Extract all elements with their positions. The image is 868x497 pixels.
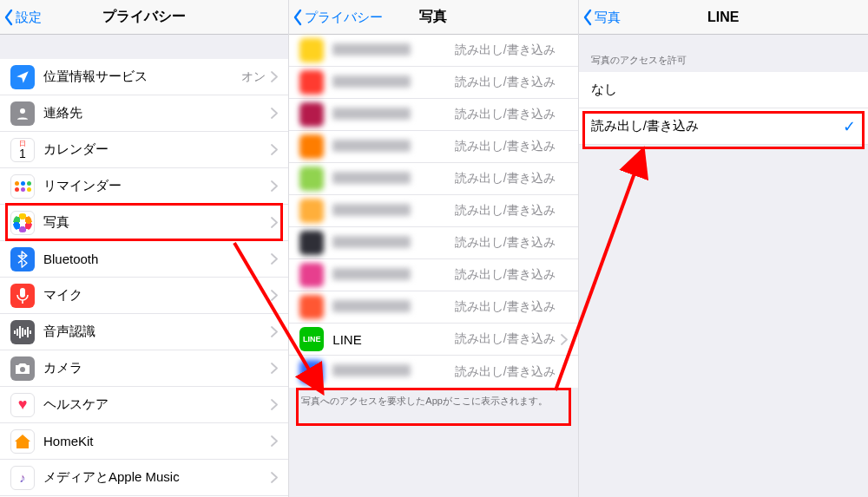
privacy-item-bluetooth[interactable]: Bluetooth [0, 241, 288, 278]
calendar-icon: 日1 [10, 138, 35, 162]
photos-app-row[interactable]: 読み出し/書き込み [289, 259, 577, 291]
option-none[interactable]: なし [579, 72, 868, 108]
row-label-blurred [332, 204, 454, 219]
privacy-item-media[interactable]: ♪メディアとApple Music [0, 460, 288, 496]
panel-line: 写真 LINE 写真のアクセスを許可 なし 読み出し/書き込み ✓ [579, 0, 868, 497]
svg-rect-3 [16, 329, 18, 336]
camera-icon [10, 356, 35, 381]
chevron-right-icon [271, 144, 278, 155]
row-label: カメラ [43, 360, 271, 376]
option-none-label: なし [591, 82, 856, 98]
row-label-blurred [332, 140, 454, 154]
media-icon: ♪ [10, 466, 35, 490]
app-icon-blurred [299, 134, 324, 159]
row-label: ヘルスケア [43, 396, 271, 413]
back-label: 設定 [16, 10, 42, 26]
line-app-icon: LINE [299, 327, 324, 351]
svg-rect-7 [27, 327, 29, 337]
chevron-left-icon [582, 9, 593, 26]
row-label: マイク [43, 287, 271, 304]
homekit-icon [10, 429, 35, 454]
app-icon-blurred [299, 38, 324, 62]
privacy-item-mic[interactable]: マイク [0, 278, 288, 314]
row-permission-value: 読み出し/書き込み [455, 299, 556, 315]
contacts-icon [10, 101, 35, 126]
photos-app-row[interactable]: 読み出し/書き込み [289, 195, 577, 227]
mic-icon [10, 284, 35, 308]
chevron-right-icon [271, 472, 278, 483]
checkmark-icon: ✓ [843, 117, 856, 136]
svg-rect-2 [14, 330, 16, 334]
privacy-item-photos[interactable]: 写真 [0, 205, 288, 241]
chevron-right-icon [271, 435, 278, 447]
row-label: 連絡先 [43, 105, 271, 121]
app-icon-blurred [299, 102, 324, 127]
row-label-blurred [332, 108, 454, 122]
app-icon-blurred [299, 167, 324, 191]
photos-app-line[interactable]: LINELINE読み出し/書き込み [289, 324, 577, 356]
row-label-blurred [332, 236, 454, 251]
row-label: HomeKit [43, 434, 271, 448]
privacy-item-contacts[interactable]: 連絡先 [0, 95, 288, 132]
back-button-privacy[interactable]: プライバシー [293, 0, 383, 35]
chevron-right-icon [271, 71, 278, 82]
chevron-right-icon [271, 217, 278, 228]
privacy-item-reminders[interactable]: リマインダー [0, 168, 288, 205]
app-icon-blurred [299, 295, 324, 319]
nav-title-privacy: プライバシー [102, 8, 186, 26]
svg-rect-1 [20, 288, 25, 298]
chevron-right-icon [271, 363, 278, 374]
option-read-write[interactable]: 読み出し/書き込み ✓ [579, 108, 868, 145]
back-button-settings[interactable]: 設定 [3, 0, 42, 35]
svg-rect-6 [24, 330, 26, 335]
photos-app-row[interactable]: 読み出し/書き込み [289, 163, 577, 195]
row-permission-value: 読み出し/書き込み [455, 235, 556, 251]
photos-app-row[interactable]: 読み出し/書き込み [289, 131, 577, 163]
privacy-item-location[interactable]: 位置情報サービスオン [0, 59, 288, 95]
row-label: メディアとApple Music [43, 469, 271, 486]
photos-app-row[interactable]: 読み出し/書き込み [289, 291, 577, 324]
row-label: LINE [332, 332, 454, 347]
privacy-item-homekit[interactable]: HomeKit [0, 423, 288, 460]
row-permission-value: 読み出し/書き込み [455, 203, 556, 219]
nav-title-photos: 写真 [419, 8, 447, 26]
privacy-item-camera[interactable]: カメラ [0, 350, 288, 387]
svg-point-0 [20, 108, 25, 114]
back-label: 写真 [595, 10, 621, 26]
row-label-blurred [332, 268, 454, 283]
privacy-item-calendar[interactable]: 日1カレンダー [0, 132, 288, 168]
bluetooth-icon [10, 247, 35, 271]
chevron-left-icon [293, 9, 303, 26]
row-permission-value: 読み出し/書き込み [455, 364, 556, 380]
location-icon [10, 65, 35, 89]
row-label: リマインダー [43, 178, 271, 194]
chevron-right-icon [271, 399, 278, 410]
app-icon-blurred [299, 360, 324, 384]
app-icon-blurred [299, 199, 324, 223]
section-header-allow: 写真のアクセスを許可 [579, 35, 868, 72]
svg-rect-8 [30, 330, 31, 334]
photos-app-row[interactable]: 読み出し/書き込み [289, 356, 577, 388]
photos-app-row[interactable]: 読み出し/書き込み [289, 227, 577, 259]
row-permission-value: 読み出し/書き込み [455, 331, 556, 347]
photos-app-row[interactable]: 読み出し/書き込み [289, 35, 577, 67]
back-label: プライバシー [305, 10, 383, 26]
privacy-item-speech[interactable]: 音声認識 [0, 314, 288, 350]
health-icon: ♥ [10, 393, 35, 417]
app-icon-blurred [299, 70, 324, 95]
reminders-icon [10, 174, 35, 199]
back-button-photos[interactable]: 写真 [582, 0, 621, 35]
privacy-list: 位置情報サービスオン連絡先日1カレンダーリマインダー写真Bluetoothマイク… [0, 59, 288, 497]
privacy-item-health[interactable]: ♥ヘルスケア [0, 387, 288, 423]
row-label-blurred [332, 364, 454, 379]
panel-privacy: 設定 プライバシー 位置情報サービスオン連絡先日1カレンダーリマインダー写真Bl… [0, 0, 289, 497]
row-permission-value: 読み出し/書き込み [455, 75, 556, 90]
photos-app-row[interactable]: 読み出し/書き込み [289, 99, 577, 131]
navbar-privacy: 設定 プライバシー [0, 0, 288, 35]
row-permission-value: 読み出し/書き込み [455, 267, 556, 283]
row-permission-value: 読み出し/書き込み [455, 171, 556, 186]
photos-app-row[interactable]: 読み出し/書き込み [289, 67, 577, 99]
row-value: オン [241, 69, 266, 85]
speech-icon [10, 320, 35, 344]
svg-rect-5 [22, 328, 23, 337]
